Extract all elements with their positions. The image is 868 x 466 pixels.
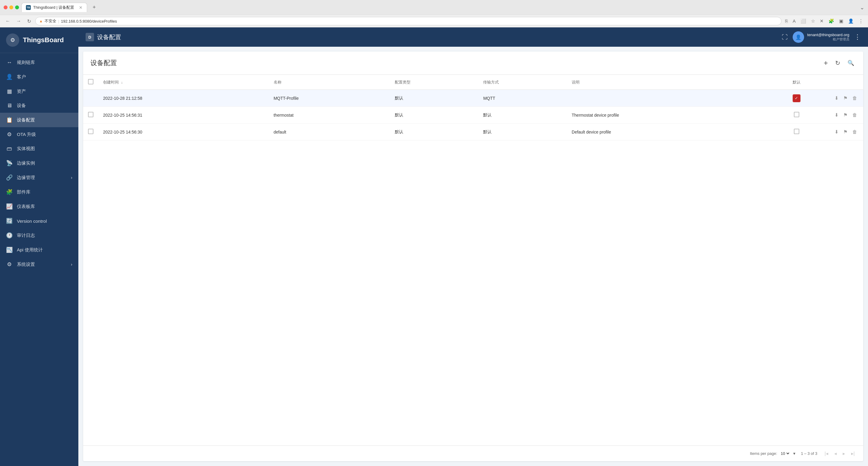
forward-button[interactable]: → xyxy=(14,18,23,24)
close-dot[interactable] xyxy=(4,5,7,9)
row3-checkbox-cell[interactable] xyxy=(83,124,98,141)
refresh-button[interactable]: ↻ xyxy=(833,58,842,68)
sidebar-item-version-control[interactable]: 🔄 Version control xyxy=(0,214,79,228)
sidebar-item-audit-log[interactable]: 🕐 审计日志 xyxy=(0,228,79,243)
row2-delete-button[interactable]: 🗑 xyxy=(851,111,858,119)
tab-title: ThingsBoard | 设备配置 xyxy=(33,5,74,10)
row1-default-checkbox[interactable]: ✓ xyxy=(793,95,800,101)
row3-download-button[interactable]: ⬇ xyxy=(833,128,840,136)
row2-select-checkbox[interactable] xyxy=(88,112,93,117)
header-created-time[interactable]: 创建时间 ↓ xyxy=(98,75,269,90)
back-button[interactable]: ← xyxy=(4,18,12,24)
minimize-dot[interactable] xyxy=(9,5,13,9)
sidebar-item-device-profiles[interactable]: 📋 设备配置 xyxy=(0,113,79,127)
sidebar-item-rules[interactable]: ↔ 规则链库 xyxy=(0,56,79,70)
row2-transport: 默认 xyxy=(478,107,567,124)
items-per-page-select[interactable]: 10 25 50 xyxy=(780,451,790,456)
add-button[interactable]: + xyxy=(822,58,830,68)
tab-close-icon[interactable]: ✕ xyxy=(79,5,83,10)
content-area: 设备配置 + ↻ 🔍 创建时间 xyxy=(83,52,863,461)
sidebar-navigation: ↔ 规则链库 👤 客户 ▦ 资产 🖥 设备 📋 设备配置 ⚙ OTA 升级 xyxy=(0,53,79,466)
sidebar-item-label: 设备 xyxy=(17,103,26,108)
sidebar-item-api-usage[interactable]: 📉 Api 使用统计 xyxy=(0,243,79,257)
sidebar-item-edge-management[interactable]: 🔗 边缘管理 › xyxy=(0,170,79,185)
row2-default-checkbox[interactable] xyxy=(794,112,799,117)
app: ⚙ ThingsBoard ↔ 规则链库 👤 客户 ▦ 资产 🖥 设备 📋 xyxy=(0,27,868,466)
new-tab-button[interactable]: + xyxy=(90,2,99,12)
row2-description: Thermostat device profile xyxy=(567,107,766,124)
cast-icon[interactable]: ⎘ xyxy=(784,18,789,24)
fullscreen-icon[interactable]: ⛶ xyxy=(782,34,788,41)
row1-delete-button[interactable]: 🗑 xyxy=(851,94,858,102)
header-name[interactable]: 名称 xyxy=(269,75,390,90)
sidebar-item-ota[interactable]: ⚙ OTA 升级 xyxy=(0,127,79,142)
user-icon[interactable]: 👤 xyxy=(847,18,855,24)
header-select-all[interactable] xyxy=(83,75,98,90)
last-page-button[interactable]: ▸| xyxy=(849,449,857,458)
browser-tab[interactable]: TB ThingsBoard | 设备配置 ✕ xyxy=(22,3,87,12)
row3-default-checkbox[interactable] xyxy=(794,129,799,134)
row2-checkbox-cell[interactable] xyxy=(83,107,98,124)
browser-address-bar-row: ← → ↻ ▲ 不安全 | 192.168.0.5:8080/devicePro… xyxy=(0,15,868,27)
browser-toolbar: ⎘ A ⬜ ☆ ✕ 🧩 ▣ 👤 ⋮ xyxy=(784,18,864,24)
row1-flag-button[interactable]: ⚑ xyxy=(842,94,849,102)
maximize-dot[interactable] xyxy=(15,5,19,9)
row1-download-button[interactable]: ⬇ xyxy=(833,94,840,102)
url-text: 192.168.0.5:8080/deviceProfiles xyxy=(61,19,117,24)
sidebar-item-system-settings[interactable]: ⚙ 系统设置 › xyxy=(0,257,79,272)
screenshot-icon[interactable]: ⬜ xyxy=(799,18,807,24)
dropdown-chevron-icon: ▼ xyxy=(793,452,796,456)
sidebar-item-dashboards[interactable]: 📈 仪表板库 xyxy=(0,199,79,214)
row3-created-time: 2022-10-25 14:56:30 xyxy=(98,124,269,141)
search-button[interactable]: 🔍 xyxy=(846,59,856,67)
header-profile-type[interactable]: 配置类型 xyxy=(390,75,478,90)
sidebar-item-widgets[interactable]: 🧩 部件库 xyxy=(0,185,79,199)
table-header-row: 创建时间 ↓ 名称 配置类型 传输方式 xyxy=(83,75,863,90)
header-description[interactable]: 说明 xyxy=(567,75,766,90)
row1-checkbox-cell[interactable] xyxy=(83,90,98,107)
row2-created-time: 2022-10-25 14:56:31 xyxy=(98,107,269,124)
row2-download-button[interactable]: ⬇ xyxy=(833,111,840,119)
row1-transport: MQTT xyxy=(478,90,567,107)
row3-description: Default device profile xyxy=(567,124,766,141)
header-default: 默认 xyxy=(766,75,827,90)
topbar-title: D 设备配置 xyxy=(86,33,121,41)
address-bar[interactable]: ▲ 不安全 | 192.168.0.5:8080/deviceProfiles xyxy=(35,17,781,25)
api-usage-icon: 📉 xyxy=(6,247,13,253)
topbar-menu-icon[interactable]: ⋮ xyxy=(854,33,861,41)
sidebar-item-edge-instances[interactable]: 📡 边缘实例 xyxy=(0,156,79,170)
bookmark-icon[interactable]: ☆ xyxy=(810,18,816,24)
close-tab-icon[interactable]: ✕ xyxy=(818,18,825,24)
user-email: tenant@thingsboard.org xyxy=(807,33,849,37)
row2-profile-type: 默认 xyxy=(390,107,478,124)
sidebar-item-devices[interactable]: 🖥 设备 xyxy=(0,99,79,113)
logo-text: ThingsBoard xyxy=(23,36,64,44)
row3-transport: 默认 xyxy=(478,124,567,141)
row3-profile-type: 默认 xyxy=(390,124,478,141)
select-all-checkbox[interactable] xyxy=(88,79,93,84)
row3-select-checkbox[interactable] xyxy=(88,129,93,134)
sidebar-item-assets[interactable]: ▦ 资产 xyxy=(0,84,79,99)
row3-flag-button[interactable]: ⚑ xyxy=(842,128,849,136)
browser-menu-icon[interactable]: ⌄ xyxy=(860,4,864,11)
row2-flag-button[interactable]: ⚑ xyxy=(842,111,849,119)
more-icon[interactable]: ⋮ xyxy=(858,18,864,24)
sidebar-item-label: 设备配置 xyxy=(17,117,35,123)
row3-delete-button[interactable]: 🗑 xyxy=(851,128,858,136)
sidebar-icon[interactable]: ▣ xyxy=(838,18,844,24)
sidebar-item-label: 边缘管理 xyxy=(17,175,35,181)
extensions-icon[interactable]: 🧩 xyxy=(827,18,835,24)
system-settings-chevron-icon: › xyxy=(71,262,72,267)
security-warning-icon: ▲ xyxy=(39,19,43,23)
table-row: 2022-10-25 14:56:30 default 默认 默认 Defaul… xyxy=(83,124,863,141)
translate-icon[interactable]: A xyxy=(792,18,797,24)
page-icon-box: D xyxy=(86,33,94,41)
prev-page-button[interactable]: ◂ xyxy=(832,449,839,458)
header-transport[interactable]: 传输方式 xyxy=(478,75,567,90)
sidebar-item-customers[interactable]: 👤 客户 xyxy=(0,70,79,84)
next-page-button[interactable]: ▸ xyxy=(840,449,847,458)
reload-button[interactable]: ↻ xyxy=(25,18,33,25)
first-page-button[interactable]: |◂ xyxy=(822,449,831,458)
sidebar-item-entity-views[interactable]: 🗃 实体视图 xyxy=(0,142,79,156)
table-container: 创建时间 ↓ 名称 配置类型 传输方式 xyxy=(83,75,863,445)
